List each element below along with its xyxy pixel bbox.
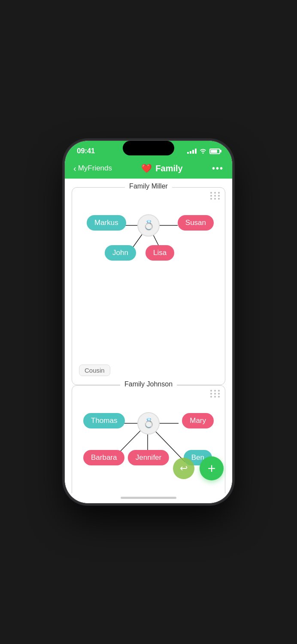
status-time: 09:41 [77,147,95,155]
back-button[interactable]: ‹ MyFriends [73,164,112,173]
phone-outer: 09:41 [0,0,297,644]
back-chevron-icon: ‹ [73,164,76,173]
action-buttons: ↩ + [173,456,224,480]
family-miller-title: Family Miller [125,182,172,190]
john-node[interactable]: John [105,245,136,261]
notch [123,141,174,155]
jennifer-node[interactable]: Jennifer [128,450,169,465]
nav-title: ❤️ Family [141,163,182,173]
mary-node[interactable]: Mary [182,413,214,428]
wifi-icon [199,148,207,155]
add-icon: + [208,461,216,477]
heart-icon: ❤️ [141,163,152,173]
drag-handle-miller[interactable] [210,192,221,200]
signal-icon [187,149,197,154]
family-miller-card: Family Miller [72,187,225,385]
status-icons [187,148,220,155]
miller-tree-svg [79,200,218,286]
more-button[interactable]: ••• [212,164,224,173]
home-indicator [65,493,232,503]
nav-bar: ‹ MyFriends ❤️ Family ••• [65,159,232,179]
family-johnson-title: Family Johnson [120,380,177,388]
add-button[interactable]: + [200,456,224,480]
lisa-node[interactable]: Lisa [145,245,174,261]
barbara-node[interactable]: Barbara [83,450,124,465]
markus-node[interactable]: Markus [87,215,126,231]
back-label: MyFriends [78,164,112,173]
drag-handle-johnson[interactable] [210,390,221,398]
miller-tree: Markus 💍 Susan John Lisa [79,200,218,373]
status-bar: 09:41 [65,141,232,159]
miller-ring-node: 💍 [137,214,160,237]
johnson-ring-node: 💍 [137,412,160,434]
battery-icon [209,149,220,154]
undo-button[interactable]: ↩ [173,458,194,479]
thomas-node[interactable]: Thomas [83,413,125,428]
screen: 09:41 [65,141,232,503]
home-bar [121,497,176,499]
content-area: Family Miller [65,179,232,493]
page-title: Family [155,164,182,173]
undo-icon: ↩ [180,463,188,474]
susan-node[interactable]: Susan [178,215,214,231]
phone-frame: 09:41 [65,141,232,503]
